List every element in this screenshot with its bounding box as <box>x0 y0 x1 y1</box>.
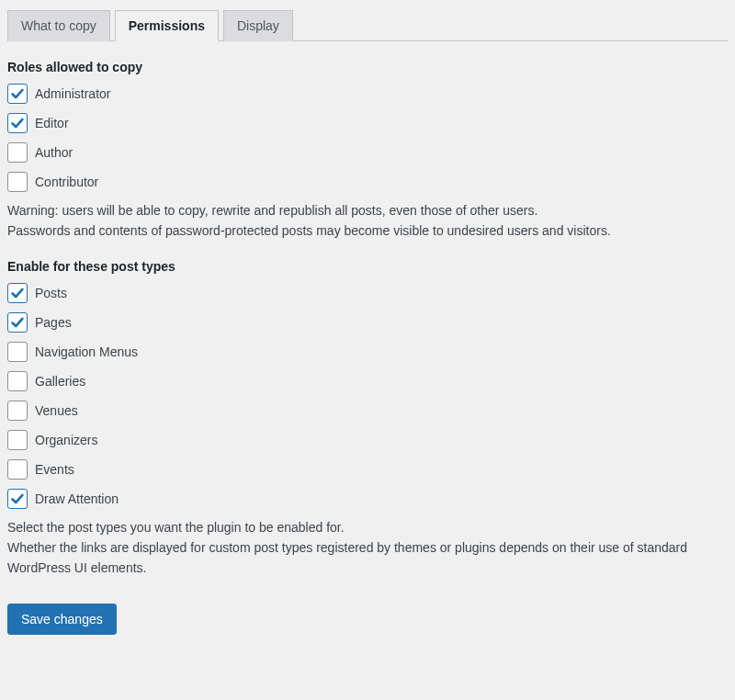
role-checkbox-administrator[interactable] <box>7 84 28 104</box>
post-type-row-venues: Venues <box>7 401 728 421</box>
roles-description: Warning: users will be able to copy, rew… <box>7 201 728 241</box>
tab-display[interactable]: Display <box>223 10 293 41</box>
post-type-checkbox-venues[interactable] <box>7 401 28 421</box>
post-type-checkbox-navigation-menus[interactable] <box>7 342 28 362</box>
tabs-nav: What to copyPermissionsDisplay <box>7 9 728 41</box>
role-checkbox-author[interactable] <box>7 142 28 163</box>
post-type-row-pages: Pages <box>7 312 728 333</box>
roles-section-title: Roles allowed to copy <box>7 60 728 74</box>
role-label-editor[interactable]: Editor <box>35 116 69 130</box>
post-type-checkbox-events[interactable] <box>7 459 28 480</box>
post-type-row-draw-attention: Draw Attention <box>7 489 728 509</box>
post-type-label-events[interactable]: Events <box>35 462 74 477</box>
post-types-section-title: Enable for these post types <box>7 259 728 274</box>
post-types-section: Enable for these post types PostsPagesNa… <box>7 259 728 578</box>
tab-permissions[interactable]: Permissions <box>115 10 219 41</box>
post-type-label-venues[interactable]: Venues <box>35 403 78 418</box>
role-checkbox-contributor[interactable] <box>7 172 28 192</box>
post-type-row-posts: Posts <box>7 283 728 303</box>
post-type-row-organizers: Organizers <box>7 430 728 450</box>
role-label-contributor[interactable]: Contributor <box>35 175 98 189</box>
post-type-checkbox-posts[interactable] <box>7 283 28 303</box>
post-type-row-events: Events <box>7 459 728 480</box>
post-types-description: Select the post types you want the plugi… <box>7 518 728 578</box>
post-type-checkbox-galleries[interactable] <box>7 371 28 391</box>
roles-section: Roles allowed to copy AdministratorEdito… <box>7 60 728 241</box>
role-label-administrator[interactable]: Administrator <box>35 86 110 101</box>
role-checkbox-editor[interactable] <box>7 113 28 133</box>
post-type-label-pages[interactable]: Pages <box>35 315 72 330</box>
post-type-checkbox-draw-attention[interactable] <box>7 489 28 509</box>
save-changes-button[interactable]: Save changes <box>7 604 117 635</box>
post-type-label-posts[interactable]: Posts <box>35 286 67 300</box>
post-type-checkbox-organizers[interactable] <box>7 430 28 450</box>
tab-what-to-copy[interactable]: What to copy <box>7 10 110 41</box>
role-label-author[interactable]: Author <box>35 145 73 160</box>
post-type-checkbox-pages[interactable] <box>7 312 28 333</box>
role-row-author: Author <box>7 142 728 163</box>
post-type-row-galleries: Galleries <box>7 371 728 391</box>
role-row-contributor: Contributor <box>7 172 728 192</box>
post-type-label-galleries[interactable]: Galleries <box>35 374 85 389</box>
post-type-label-organizers[interactable]: Organizers <box>35 433 97 447</box>
role-row-editor: Editor <box>7 113 728 133</box>
tab-content: Roles allowed to copy AdministratorEdito… <box>0 41 735 642</box>
role-row-administrator: Administrator <box>7 84 728 104</box>
post-type-label-draw-attention[interactable]: Draw Attention <box>35 491 119 506</box>
post-type-label-navigation-menus[interactable]: Navigation Menus <box>35 344 138 359</box>
submit-wrap: Save changes <box>7 604 728 635</box>
post-type-row-navigation-menus: Navigation Menus <box>7 342 728 362</box>
